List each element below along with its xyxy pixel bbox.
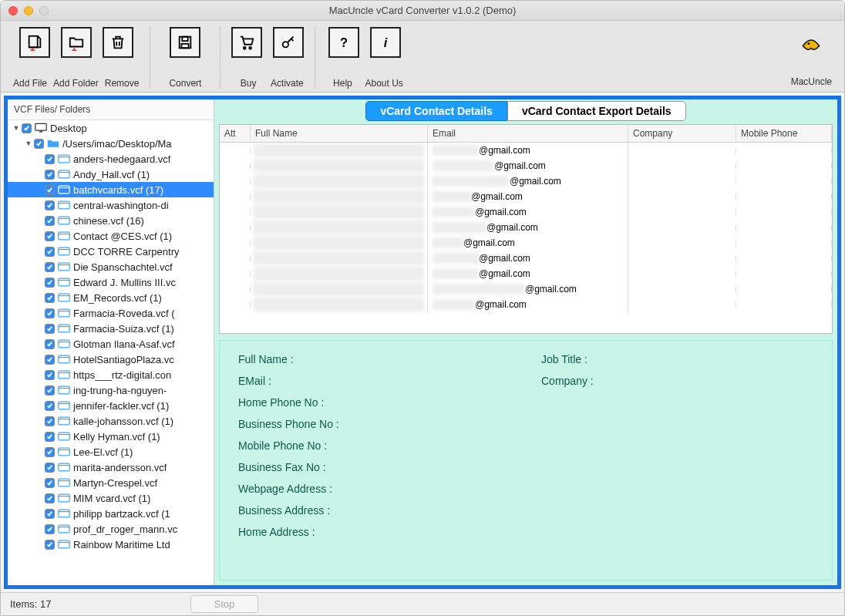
col-email[interactable]: Email (428, 125, 628, 142)
tree-folder[interactable]: ▼/Users/imac/Desktop/Ma (8, 136, 214, 151)
tree-file[interactable]: Edward J. Mullins III.vc (8, 274, 214, 290)
tree-file[interactable]: Farmacia-Suiza.vcf (1) (8, 321, 214, 336)
tree-file[interactable]: prof_dr_roger_mann.vc (8, 521, 214, 537)
checkbox-icon[interactable] (45, 524, 55, 534)
checkbox-icon[interactable] (45, 262, 55, 272)
tree-file[interactable]: Martyn-Crespel.vcf (8, 475, 214, 490)
about-button[interactable]: i (370, 27, 401, 58)
svg-rect-11 (59, 155, 69, 163)
tree-file[interactable]: Andy_Hall.vcf (1) (8, 167, 214, 182)
table-row[interactable]: name @gmail.com (220, 158, 832, 173)
checkbox-icon[interactable] (45, 540, 55, 550)
checkbox-icon[interactable] (45, 308, 55, 318)
tree-file[interactable]: Rainbow Maritime Ltd (8, 537, 214, 552)
checkbox-icon[interactable] (45, 231, 55, 241)
checkbox-icon[interactable] (34, 139, 44, 149)
tree-file[interactable]: kalle-johansson.vcf (1) (8, 413, 214, 429)
col-fullname[interactable]: Full Name (251, 125, 428, 142)
tree-file[interactable]: Contact @CES.vcf (1) (8, 228, 214, 244)
vcard-icon (58, 200, 70, 210)
checkbox-icon[interactable] (22, 123, 32, 133)
tree-file[interactable]: Kelly Hyman.vcf (1) (8, 429, 214, 444)
tree-file[interactable]: ing-trung-ha-nguyen- (8, 382, 214, 398)
tree-root[interactable]: ▼Desktop (8, 120, 214, 136)
col-company[interactable]: Company (628, 125, 736, 142)
checkbox-icon[interactable] (45, 432, 55, 442)
tree-file[interactable]: Farmacia-Roveda.vcf ( (8, 305, 214, 321)
table-row[interactable]: name @gmail.com (220, 189, 832, 204)
buy-label: Buy (232, 78, 264, 89)
tree-file[interactable]: jennifer-fackler.vcf (1) (8, 398, 214, 413)
add-folder-button[interactable] (61, 27, 92, 58)
tree-file[interactable]: EM_Records.vcf (1) (8, 290, 214, 305)
table-row[interactable]: name @gmail.com (220, 143, 832, 158)
checkbox-icon[interactable] (45, 324, 55, 334)
checkbox-icon[interactable] (45, 463, 55, 473)
col-mobile[interactable]: Mobile Phone (736, 125, 832, 142)
svg-rect-3 (182, 44, 189, 49)
tree-file[interactable]: Die Spanschachtel.vcf (8, 259, 214, 274)
tree-file[interactable]: DCC TORRE Carpentry (8, 244, 214, 259)
tab-contact-details[interactable]: vCard Contact Details (365, 101, 507, 121)
checkbox-icon[interactable] (45, 278, 55, 288)
checkbox-icon[interactable] (45, 478, 55, 488)
svg-text:i: i (384, 35, 388, 49)
table-row[interactable]: name @gmail.com (220, 266, 832, 281)
tree-file[interactable]: MIM vcard.vcf (1) (8, 490, 214, 506)
stop-button[interactable]: Stop (190, 595, 259, 613)
tree-file[interactable]: chinese.vcf (16) (8, 213, 214, 228)
table-row[interactable]: name @gmail.com (220, 204, 832, 220)
disclosure-icon[interactable]: ▼ (12, 124, 20, 132)
tree-file[interactable]: Glotman Ilana-Asaf.vcf (8, 336, 214, 352)
checkbox-icon[interactable] (45, 509, 55, 519)
svg-rect-25 (59, 371, 69, 379)
tree-file[interactable]: anders-hedegaard.vcf (8, 151, 214, 167)
help-button[interactable]: ? (328, 27, 359, 58)
activate-button[interactable] (273, 27, 304, 58)
checkbox-icon[interactable] (45, 216, 55, 226)
table-row[interactable]: name @gmail.com (220, 281, 832, 297)
table-row[interactable]: name @gmail.com (220, 251, 832, 266)
add-file-button[interactable] (19, 27, 50, 58)
table-body[interactable]: name @gmail.comname @gmail.comname @gmai… (220, 143, 832, 333)
tree-file[interactable]: central-washington-di (8, 197, 214, 213)
vcard-icon (58, 354, 70, 365)
table-row[interactable]: name @gmail.com (220, 235, 832, 251)
checkbox-icon[interactable] (45, 493, 55, 503)
disclosure-icon[interactable]: ▼ (25, 140, 32, 147)
col-att[interactable]: Att (220, 125, 251, 142)
file-tree[interactable]: ▼Desktop▼/Users/imac/Desktop/Maanders-he… (8, 120, 214, 585)
svg-rect-31 (59, 463, 69, 471)
tab-export-details[interactable]: vCard Contact Export Details (507, 101, 686, 121)
checkbox-icon[interactable] (45, 200, 55, 210)
detail-mobile: Mobile Phone No : (238, 439, 510, 461)
toolbar: Add File Add Folder Remove Convert (1, 21, 844, 93)
vcard-icon (58, 261, 70, 272)
tree-file[interactable]: Lee-El.vcf (1) (8, 444, 214, 459)
table-row[interactable]: name @gmail.com (220, 297, 832, 312)
checkbox-icon[interactable] (45, 293, 55, 303)
buy-button[interactable] (231, 27, 262, 58)
tree-file[interactable]: batchvcards.vcf (17) (8, 182, 214, 197)
checkbox-icon[interactable] (45, 355, 55, 365)
checkbox-icon[interactable] (45, 385, 55, 396)
checkbox-icon[interactable] (45, 401, 55, 411)
vcard-icon (58, 539, 70, 550)
brand-label: MacUncle (791, 76, 832, 87)
checkbox-icon[interactable] (45, 447, 55, 457)
checkbox-icon[interactable] (45, 185, 55, 195)
tree-file[interactable]: marita-andersson.vcf (8, 459, 214, 475)
checkbox-icon[interactable] (45, 370, 55, 380)
table-row[interactable]: name @gmail.com (220, 173, 832, 189)
checkbox-icon[interactable] (45, 170, 55, 180)
tree-file[interactable]: philipp bartzack.vcf (1 (8, 506, 214, 521)
checkbox-icon[interactable] (45, 339, 55, 349)
checkbox-icon[interactable] (45, 416, 55, 426)
checkbox-icon[interactable] (45, 247, 55, 257)
table-row[interactable]: name @gmail.com (220, 220, 832, 235)
tree-file[interactable]: https___rtz-digital.con (8, 367, 214, 382)
remove-button[interactable] (103, 27, 133, 58)
checkbox-icon[interactable] (45, 154, 55, 164)
tree-file[interactable]: HotelSantiagoPlaza.vc (8, 352, 214, 367)
convert-button[interactable] (170, 27, 200, 58)
